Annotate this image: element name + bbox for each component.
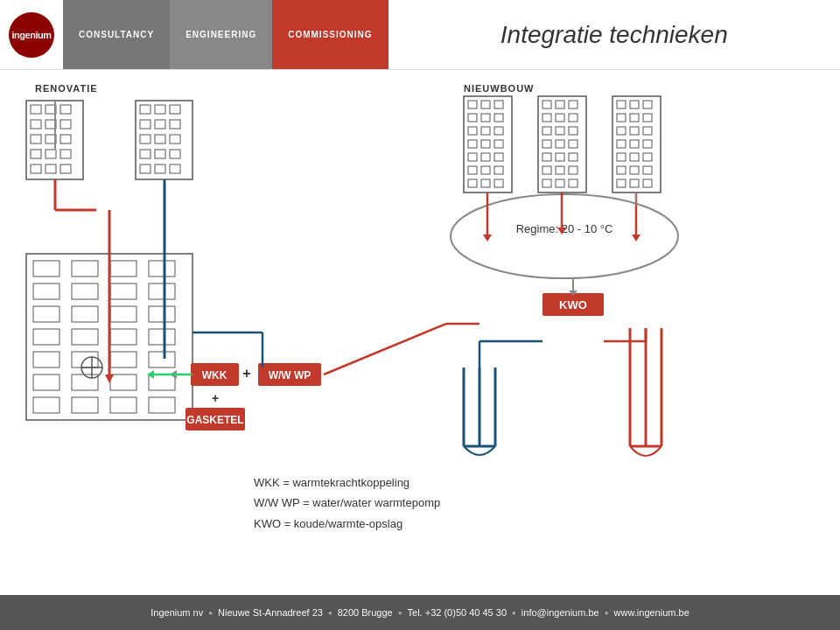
svg-rect-59 — [569, 101, 578, 108]
svg-rect-94 — [617, 166, 626, 174]
svg-rect-106 — [72, 284, 98, 299]
svg-rect-67 — [556, 140, 564, 148]
svg-rect-21 — [170, 105, 180, 114]
svg-rect-38 — [468, 114, 477, 122]
svg-rect-41 — [468, 127, 477, 135]
footer-address: Nieuwe St-Annadreef 23 — [218, 607, 323, 618]
svg-rect-83 — [630, 114, 639, 122]
svg-rect-88 — [617, 140, 626, 148]
page-title: Integratie technieken — [500, 21, 728, 49]
svg-rect-17 — [60, 164, 71, 173]
svg-rect-19 — [140, 105, 150, 114]
svg-rect-114 — [72, 329, 98, 345]
svg-rect-36 — [481, 101, 490, 108]
svg-rect-119 — [110, 352, 136, 368]
svg-rect-102 — [72, 261, 98, 276]
svg-rect-91 — [617, 153, 626, 161]
svg-rect-52 — [494, 166, 503, 174]
svg-rect-108 — [149, 284, 175, 299]
svg-rect-55 — [494, 179, 503, 187]
svg-rect-72 — [542, 166, 551, 174]
svg-rect-68 — [569, 140, 578, 148]
svg-rect-40 — [494, 114, 503, 122]
svg-rect-31 — [140, 164, 150, 173]
svg-rect-90 — [643, 140, 652, 148]
svg-rect-69 — [542, 153, 551, 161]
main-content: RENOVATIE NIEUWBOUW — [0, 70, 840, 578]
svg-rect-115 — [110, 329, 136, 345]
svg-rect-12 — [31, 150, 41, 158]
svg-rect-5 — [60, 105, 71, 114]
svg-rect-35 — [468, 101, 477, 108]
svg-rect-122 — [72, 374, 98, 390]
legend: WKK = warmtekrachtkoppeling W/W WP = wat… — [254, 472, 440, 534]
svg-rect-49 — [494, 153, 503, 161]
svg-rect-66 — [542, 140, 551, 148]
svg-rect-11 — [60, 135, 71, 144]
svg-marker-147 — [105, 374, 114, 383]
tab-consultancy[interactable]: CONSULTANCY — [63, 0, 170, 69]
svg-rect-6 — [31, 120, 41, 129]
footer-website: www.ingenium.be — [614, 607, 690, 618]
svg-rect-89 — [630, 140, 639, 148]
svg-rect-113 — [33, 329, 60, 345]
svg-rect-30 — [170, 150, 180, 158]
svg-text:WKK: WKK — [202, 369, 228, 382]
svg-rect-51 — [481, 166, 490, 174]
svg-rect-87 — [643, 127, 652, 135]
svg-rect-128 — [149, 397, 175, 413]
svg-text:RENOVATIE: RENOVATIE — [35, 83, 98, 94]
svg-rect-44 — [468, 140, 477, 148]
svg-rect-65 — [569, 127, 578, 135]
svg-text:NIEUWBOUW: NIEUWBOUW — [464, 83, 535, 94]
svg-rect-29 — [155, 150, 165, 158]
footer: Ingenium nv ● Nieuwe St-Annadreef 23 ● 8… — [0, 595, 840, 630]
svg-rect-81 — [643, 101, 652, 108]
svg-rect-27 — [170, 135, 180, 144]
svg-rect-103 — [110, 261, 136, 276]
svg-rect-62 — [569, 114, 578, 122]
svg-rect-126 — [72, 397, 98, 413]
svg-rect-26 — [155, 135, 165, 144]
svg-rect-76 — [556, 179, 564, 187]
svg-rect-60 — [542, 114, 551, 122]
svg-rect-8 — [60, 120, 71, 129]
svg-rect-107 — [110, 284, 136, 299]
page-title-area: Integratie technieken — [388, 0, 840, 69]
svg-rect-64 — [556, 127, 564, 135]
svg-rect-78 — [612, 96, 661, 192]
svg-rect-13 — [46, 150, 56, 158]
svg-rect-43 — [494, 127, 503, 135]
svg-rect-18 — [136, 101, 192, 179]
footer-email: info@ingenium.be — [522, 607, 599, 618]
svg-rect-70 — [556, 153, 564, 161]
svg-rect-34 — [464, 96, 512, 192]
svg-rect-53 — [468, 179, 477, 187]
svg-rect-75 — [542, 179, 551, 187]
tab-commissioning[interactable]: COMMISSIONING — [272, 0, 388, 69]
svg-rect-79 — [617, 101, 626, 108]
svg-rect-48 — [481, 153, 490, 161]
svg-rect-9 — [31, 135, 41, 144]
svg-rect-32 — [155, 164, 165, 173]
svg-text:W/W WP: W/W WP — [269, 369, 312, 382]
svg-rect-85 — [617, 127, 626, 135]
svg-rect-112 — [149, 306, 175, 322]
tab-engineering[interactable]: ENGINEERING — [170, 0, 272, 69]
svg-rect-42 — [481, 127, 490, 135]
svg-rect-20 — [155, 105, 165, 114]
svg-rect-125 — [33, 397, 60, 413]
svg-rect-105 — [33, 284, 60, 299]
svg-text:GASKETEL: GASKETEL — [186, 414, 243, 426]
svg-rect-61 — [556, 114, 564, 122]
svg-rect-14 — [60, 150, 71, 158]
svg-rect-111 — [110, 306, 136, 322]
svg-rect-46 — [494, 140, 503, 148]
footer-city: 8200 Brugge — [338, 607, 393, 618]
svg-rect-47 — [468, 153, 477, 161]
svg-rect-110 — [72, 306, 98, 322]
svg-text:KWO: KWO — [559, 298, 587, 312]
svg-rect-98 — [630, 179, 639, 187]
svg-rect-121 — [33, 374, 60, 390]
svg-rect-80 — [630, 101, 639, 108]
